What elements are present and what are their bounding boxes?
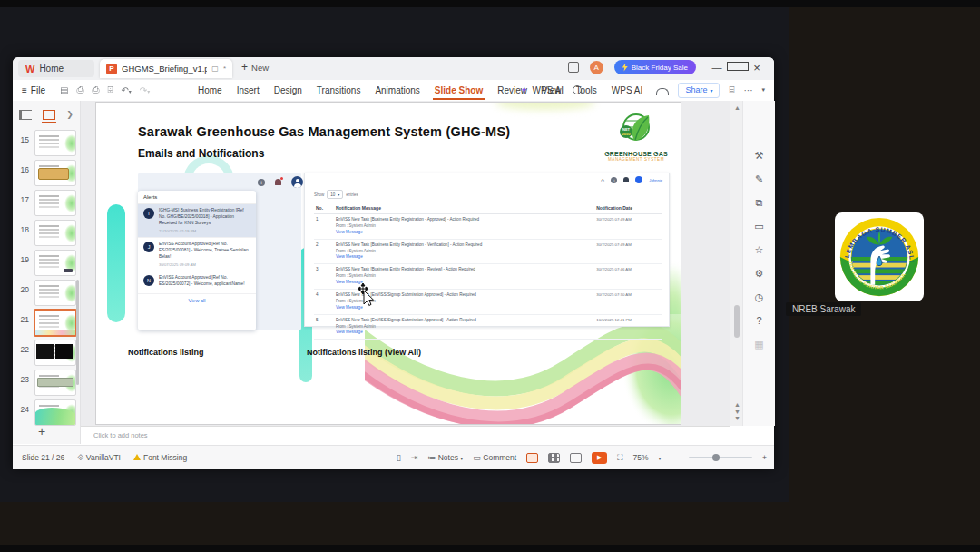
slide-thumbnail[interactable]: 16	[13, 158, 80, 188]
zoom-slider[interactable]	[689, 457, 752, 458]
window-layout-icon[interactable]	[568, 62, 579, 73]
sidebar-icon[interactable]: —	[743, 126, 775, 137]
sidebar-icon[interactable]: ?	[743, 315, 775, 326]
theme-name[interactable]: ⟐ VanillaVTI	[77, 453, 121, 463]
menu-tab[interactable]: Animations	[368, 80, 426, 100]
slide-thumbnail[interactable]: 15	[13, 128, 80, 158]
menu-tab[interactable]: Insert	[230, 80, 267, 100]
svg-text:2050: 2050	[622, 132, 632, 136]
cloud-sync-icon[interactable]	[656, 88, 669, 95]
sidebar-icon[interactable]: ✎	[743, 173, 775, 185]
notification-from: From : System Admin	[336, 324, 593, 330]
maximize-button[interactable]	[727, 62, 747, 73]
doc-sync-icon: ▢	[211, 64, 219, 73]
normal-view-icon[interactable]	[526, 453, 538, 463]
sidebar-icon[interactable]: ▦	[743, 339, 775, 350]
sidebar-icon[interactable]: ☆	[743, 244, 775, 256]
page-size-select[interactable]: 10 ▾	[327, 190, 343, 199]
share-button[interactable]: Share ▾	[678, 83, 720, 98]
jump-icon[interactable]: ⇥	[411, 453, 418, 462]
slide-view-icon[interactable]	[43, 110, 55, 120]
menu-tab[interactable]: Home	[191, 80, 230, 100]
comment-button[interactable]: ▭ Comment	[473, 453, 516, 462]
zoom-level[interactable]: 75%	[633, 453, 649, 462]
pane-icon[interactable]: ▯	[397, 453, 401, 462]
thumbnail-scrollbar[interactable]	[76, 280, 79, 385]
search-icon[interactable]	[573, 85, 582, 94]
zoom-in-button[interactable]: +	[762, 453, 767, 462]
lightning-icon	[622, 64, 628, 72]
scroll-up-icon[interactable]: ▲	[734, 104, 740, 111]
slide-thumbnail[interactable]: 17	[13, 188, 80, 218]
promo-button[interactable]: Black Friday Sale	[614, 60, 696, 74]
close-button[interactable]: ×	[747, 61, 767, 74]
sidebar-icon[interactable]: ⚒	[743, 150, 775, 162]
new-tab-button[interactable]: + New	[241, 61, 269, 74]
zoom-chevron-icon[interactable]: ▾	[659, 455, 662, 461]
menu-tab[interactable]: Transitions	[309, 80, 368, 100]
alert-text: EnVISS Account Approved [Ref No. ES/2025…	[159, 242, 250, 261]
export-icon[interactable]: ⎙	[76, 84, 83, 95]
decoration-capsule-left	[107, 204, 125, 322]
menu-tab[interactable]: WPS AI	[604, 80, 650, 100]
sidebar-icon[interactable]: ◷	[743, 291, 775, 303]
ghg-globe-leaf-icon: NET 2050	[616, 110, 656, 148]
slide-thumbnail[interactable]: 20	[13, 278, 80, 308]
slide-thumbnail[interactable]: 24	[13, 398, 80, 428]
outline-view-icon[interactable]	[19, 110, 32, 120]
font-missing-warning[interactable]: Font Missing	[133, 453, 187, 462]
notification-date: 16/6/2025 12:41 PM	[594, 314, 662, 340]
ribbon-layout-icon[interactable]: ⌸	[729, 84, 734, 95]
tab-document[interactable]: P GHGMS_Briefing_v1.pptx ▢ *	[100, 59, 232, 78]
notes-bar[interactable]: Click to add notes	[81, 426, 730, 446]
view-message-link[interactable]: View Message	[336, 230, 593, 236]
redo-icon[interactable]: ↷▾	[140, 85, 150, 95]
undo-icon[interactable]: ↶▾	[121, 85, 131, 95]
file-menu[interactable]: ≡ File	[22, 80, 45, 100]
reading-view-icon[interactable]	[570, 453, 582, 463]
save-icon[interactable]: ▤	[60, 85, 68, 95]
info-icon: i	[258, 179, 265, 186]
minimize-button[interactable]: —	[707, 62, 727, 73]
zoom-slider-thumb[interactable]	[712, 454, 720, 461]
menu-tab[interactable]: Slide Show	[427, 80, 490, 100]
slide-thumbnail[interactable]: 21	[13, 308, 80, 338]
participant-tile[interactable]: LEMBAGA SUMBER ASLI DAN ALAM SEKITAR SAR…	[782, 202, 978, 314]
menu-tab[interactable]: Design	[267, 80, 309, 100]
print-icon[interactable]: ⎙	[92, 84, 99, 95]
more-options-icon[interactable]: ···	[743, 85, 752, 95]
expand-panel-icon[interactable]: ❯	[66, 110, 74, 119]
slide-thumbnail[interactable]: 23	[13, 368, 80, 398]
status-bar: Slide 21 / 26 ⟐ VanillaVTI Font Missing …	[13, 445, 774, 469]
sidebar-icon[interactable]: ▭	[743, 221, 775, 232]
workspace-scrollbar[interactable]: ▲ ▲▼▼	[730, 101, 743, 426]
table-row: 1 EnVISS New Task [Business Entity Regis…	[314, 214, 662, 240]
sidebar-icon[interactable]: ⧉	[743, 197, 775, 209]
slide-sorter-icon[interactable]	[548, 453, 560, 463]
notes-toggle[interactable]: ≔ Notes ▾	[427, 453, 463, 462]
view-all-link[interactable]: View all	[138, 294, 256, 307]
fit-slide-icon[interactable]: ⛶	[617, 453, 622, 463]
wps-ai-label[interactable]: WPS AI	[533, 85, 564, 95]
slide-thumbnail[interactable]: 19	[13, 248, 80, 278]
decoration-smudge	[495, 102, 595, 110]
collapse-ribbon-icon[interactable]: ▾	[761, 86, 765, 94]
alert-item[interactable]: J EnVISS Account Approved [Ref No. ES/20…	[138, 238, 256, 271]
slide-thumbnail[interactable]: 18	[13, 218, 80, 248]
zoom-out-button[interactable]: —	[671, 453, 680, 462]
view-message-link[interactable]: View Message	[336, 330, 593, 336]
account-avatar[interactable]: A	[590, 61, 603, 74]
tab-home[interactable]: W Home	[18, 60, 94, 77]
slideshow-play-button[interactable]: ▶	[592, 452, 607, 464]
alert-avatar: N	[143, 275, 154, 286]
print-preview-icon[interactable]: ⌹	[107, 84, 113, 95]
view-message-link[interactable]: View Message	[336, 254, 593, 261]
scrollbar-thumb[interactable]	[734, 305, 740, 338]
sidebar-icon[interactable]: ⚙	[743, 268, 775, 280]
slide-thumbnail[interactable]: 22	[13, 338, 80, 368]
add-slide-button[interactable]: +	[38, 424, 45, 439]
alert-item[interactable]: T [GHG-MS] Business Entity Registration …	[138, 204, 256, 238]
alert-item[interactable]: N EnVISS Account Approved [Ref No. ES/20…	[138, 271, 256, 294]
scroll-down-icons[interactable]: ▲▼▼	[734, 401, 740, 422]
slide-canvas[interactable]: Sarawak Greenhouse Gas Management System…	[95, 102, 681, 425]
